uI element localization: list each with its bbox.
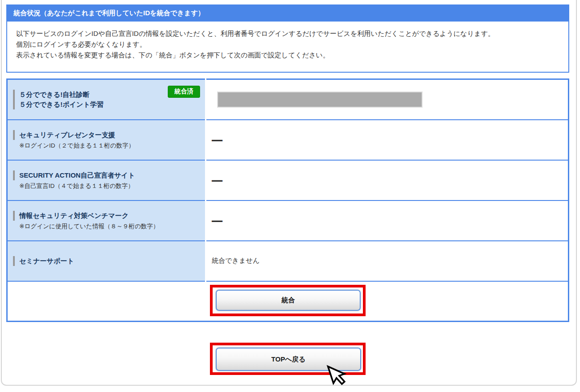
service-cell: 情報セキュリティ対策ベンチマーク ※ログインに使用していた情報（８～９桁の数字） (7, 200, 206, 241)
table-row-security-action: SECURITY ACTION自己宣言者サイト ※自己宣言ID（４で始まる１１桁… (7, 160, 569, 200)
integrate-button[interactable]: 統合 (216, 290, 361, 311)
empty-value-dash: ― (212, 214, 222, 227)
empty-cell (7, 281, 206, 322)
description-box: 以下サービスのログインIDや自己宣言IDの情報を設定いただくと、利用者番号でログ… (6, 22, 569, 73)
empty-value-dash: ― (212, 174, 222, 187)
cannot-integrate-text: 統合できません (212, 257, 260, 264)
empty-value-dash: ― (212, 134, 222, 146)
table-row-benchmark: 情報セキュリティ対策ベンチマーク ※ログインに使用していた情報（８～９桁の数字）… (7, 200, 569, 241)
service-title: SECURITY ACTION自己宣言者サイト (13, 170, 200, 180)
service-note: ※自己宣言ID（４で始まる１１桁の数字） (13, 182, 200, 190)
section-header: 統合状況（あなたがこれまで利用していたIDを統合できます） (6, 4, 569, 22)
service-note: ※ログインID（２で始まる１１桁の数字） (13, 142, 200, 150)
service-title: 情報セキュリティ対策ベンチマーク (13, 211, 200, 221)
table-row-security-presenter: セキュリティプレゼンター支援 ※ログインID（２で始まる１１桁の数字） ― (7, 120, 569, 160)
table-row-jisha-shindan: ５分でできる!自社診断 ５分でできる!ポイント学習 統合済 (7, 79, 569, 120)
service-cell: セキュリティプレゼンター支援 ※ログインID（２で始まる１１桁の数字） (7, 120, 206, 160)
value-cell: ― (206, 160, 569, 200)
description-line-2: 個別にログインする必要がなくなります。 (16, 39, 559, 50)
description-line-3: 表示されている情報を変更する場合は、下の「統合」ボタンを押下して次の画面で設定し… (16, 50, 559, 61)
value-cell: ― (206, 200, 569, 241)
value-cell: 統合できません (206, 241, 569, 281)
value-cell (206, 79, 569, 120)
table-row-seminar-support: セミナーサポート 統合できません (7, 241, 569, 281)
service-note: ※ログインに使用していた情報（８～９桁の数字） (13, 222, 200, 231)
service-cell: SECURITY ACTION自己宣言者サイト ※自己宣言ID（４で始まる１１桁… (7, 160, 206, 200)
status-badge-integrated: 統合済 (168, 86, 200, 98)
service-title: セキュリティプレゼンター支援 (13, 130, 200, 140)
service-title: セミナーサポート (13, 256, 200, 266)
mouse-cursor-icon (324, 363, 349, 388)
redacted-value-box (217, 91, 423, 108)
value-cell: ― (206, 120, 569, 160)
description-line-1: 以下サービスのログインIDや自己宣言IDの情報を設定いただくと、利用者番号でログ… (16, 28, 559, 39)
section-header-title: 統合状況（あなたがこれまで利用していたIDを統合できます） (13, 9, 205, 17)
service-cell: ５分でできる!自社診断 ５分でできる!ポイント学習 統合済 (7, 79, 206, 120)
service-cell: セミナーサポート (7, 241, 206, 281)
service-title-2: ５分でできる!ポイント学習 (13, 100, 200, 109)
